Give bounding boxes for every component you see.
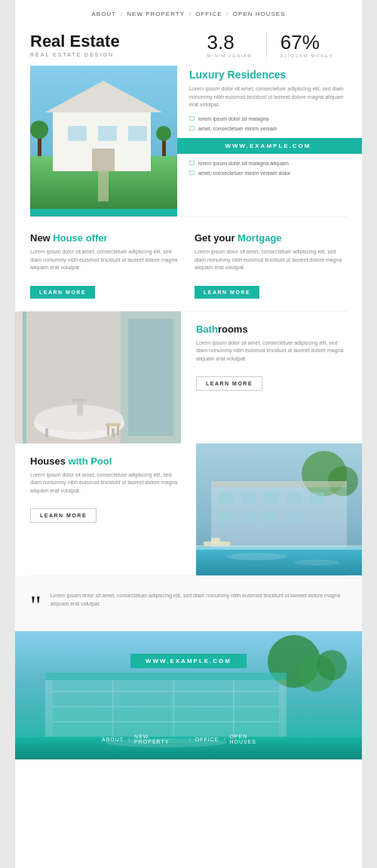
checklist-item-2: amet, consectetuer minim veniam xyxy=(189,125,347,132)
svg-rect-26 xyxy=(107,426,109,435)
bathroom-learn-btn[interactable]: LEARN MORE xyxy=(196,376,262,391)
svg-rect-47 xyxy=(211,538,220,543)
svg-rect-18 xyxy=(23,311,26,443)
footer-nav-new-property[interactable]: NEW PROPERTY xyxy=(134,734,185,744)
new-house-col: New House offer Lorem ipsum dolor sit am… xyxy=(30,232,182,299)
svg-rect-5 xyxy=(98,126,117,141)
luxury-bold: Luxury xyxy=(189,69,225,81)
stat-label-2: ALIQUAM MONEY xyxy=(280,54,333,58)
property-image-container xyxy=(30,66,177,216)
luxury-title: Luxury Residences xyxy=(189,69,347,81)
svg-rect-53 xyxy=(45,673,287,680)
stat-block-2: 67% ALIQUAM MONEY xyxy=(267,32,347,58)
mortgage-col: Get your Mortgage Lorem ipsum dolor sit … xyxy=(195,232,347,299)
stat-number-2: 67% xyxy=(280,32,333,52)
mortgage-heading: Get your Mortgage xyxy=(195,232,347,244)
svg-rect-7 xyxy=(92,149,115,171)
new-house-teal: House offer xyxy=(51,232,108,244)
stat-number-1: 3.8 xyxy=(207,32,252,52)
luxury-banner[interactable]: WWW.EXAMPLE.COM xyxy=(174,138,362,154)
header-section: Real Estate REAL ESTATE DESIGN 3.8 MINIM… xyxy=(15,25,362,66)
svg-rect-54 xyxy=(53,680,279,741)
svg-point-12 xyxy=(156,126,171,141)
luxury-checklist-bottom: lorem ipsum dolor sit malagna aliquam am… xyxy=(189,160,347,176)
svg-point-44 xyxy=(226,553,287,560)
mortgage-body: Lorem ipsum dolor sit amet, consectetuer… xyxy=(195,248,347,272)
bathroom-teal: Bath xyxy=(196,324,218,335)
quote-section: " Lorem ipsum dolor sit amet, consectetu… xyxy=(15,576,362,632)
checklist-item-3: lorem ipsum dolor sit malagna aliquam xyxy=(189,160,347,167)
svg-rect-22 xyxy=(112,428,115,437)
footer-banner[interactable]: WWW.EXAMPLE.COM xyxy=(130,654,247,668)
luxury-checklist-top: lorem ipsum dolor sit malagna amet, cons… xyxy=(189,115,347,132)
bathroom-rest: rooms xyxy=(218,324,248,335)
quote-mark: " xyxy=(30,595,41,617)
pool-learn-btn[interactable]: LEARN MORE xyxy=(30,508,97,523)
footer-nav-sep-2: / xyxy=(189,737,191,742)
bathroom-content: Bathrooms Lorem ipsum dolor sit amet, co… xyxy=(181,311,362,443)
svg-rect-23 xyxy=(77,400,83,416)
svg-rect-21 xyxy=(45,428,48,437)
footer-nav-office[interactable]: OFFICE xyxy=(195,737,219,742)
property-image xyxy=(30,66,177,209)
svg-rect-33 xyxy=(219,492,234,504)
header-left: Real Estate REAL ESTATE DESIGN xyxy=(30,32,188,57)
mortgage-learn-btn[interactable]: LEARN MORE xyxy=(195,286,259,299)
nav-sep-2: / xyxy=(189,11,191,17)
quote-text: Lorem ipsum dolor sit amet, consectetuer… xyxy=(51,591,347,608)
footer-nav-about[interactable]: ABOUT xyxy=(102,737,124,742)
page-title: Real Estate xyxy=(30,32,188,51)
page-wrapper: ABOUT / NEW PROPERTY / OFFICE / OPEN HOU… xyxy=(15,0,362,868)
main-property-section: Luxury Residences Lorem ipsum dolor sit … xyxy=(15,66,362,216)
svg-point-45 xyxy=(294,560,339,566)
property-details: Luxury Residences Lorem ipsum dolor sit … xyxy=(189,66,347,216)
svg-point-10 xyxy=(30,121,48,139)
svg-rect-41 xyxy=(287,511,302,523)
nav: ABOUT / NEW PROPERTY / OFFICE / OPEN HOU… xyxy=(15,0,362,25)
svg-rect-34 xyxy=(241,492,256,504)
page-subtitle: REAL ESTATE DESIGN xyxy=(30,52,188,57)
nav-sep-3: / xyxy=(227,11,228,17)
svg-rect-40 xyxy=(264,511,279,523)
pool-content: Houses with Pool Lorem ipsum dolor sit a… xyxy=(15,443,196,575)
checklist-item-4: amet, consectetuer minim veniam dolor xyxy=(189,170,347,176)
pool-teal: with Pool xyxy=(66,455,112,467)
mortgage-normal: Get your xyxy=(195,232,234,244)
pool-section: Houses with Pool Lorem ipsum dolor sit a… xyxy=(15,443,362,575)
nav-office[interactable]: OFFICE xyxy=(195,11,222,17)
svg-rect-25 xyxy=(106,423,121,426)
footer-nav-open-houses[interactable]: OPEN HOUSES xyxy=(229,734,275,744)
mortgage-teal: Mortgage xyxy=(234,232,281,244)
bathroom-section: Bathrooms Lorem ipsum dolor sit amet, co… xyxy=(15,311,362,443)
bathroom-heading: Bathrooms xyxy=(196,324,347,335)
svg-rect-6 xyxy=(128,126,147,141)
svg-rect-8 xyxy=(98,171,109,201)
svg-rect-24 xyxy=(72,399,86,402)
svg-rect-16 xyxy=(128,319,173,436)
nav-about[interactable]: ABOUT xyxy=(91,11,116,17)
checklist-item-1: lorem ipsum dolor sit malagna xyxy=(189,115,347,122)
svg-rect-37 xyxy=(309,492,324,504)
svg-rect-27 xyxy=(117,426,119,435)
footer-nav-sep-3: / xyxy=(223,737,225,742)
nav-open-houses[interactable]: OPEN HOUSES xyxy=(233,11,286,17)
footer-nav-sep-1: / xyxy=(128,737,130,742)
two-col-offers: New House offer Lorem ipsum dolor sit am… xyxy=(15,217,362,299)
stat-label-1: MINIM VENIAM xyxy=(207,54,252,58)
new-house-body: Lorem ipsum dolor sit amet, consectetuer… xyxy=(30,248,182,272)
new-house-normal: New xyxy=(30,232,51,244)
nav-new-property[interactable]: NEW PROPERTY xyxy=(127,11,185,17)
bathroom-image xyxy=(15,311,181,443)
footer-section: WWW.EXAMPLE.COM ABOUT / NEW PROPERTY / O… xyxy=(15,631,362,759)
svg-rect-38 xyxy=(219,511,234,523)
pool-body: Lorem ipsum dolor sit amet, consectetuer… xyxy=(30,471,181,495)
header-stats: 3.8 MINIM VENIAM 67% ALIQUAM MONEY xyxy=(188,32,347,58)
nav-sep-1: / xyxy=(121,11,122,17)
teal-bar xyxy=(30,209,177,216)
footer-nav: ABOUT / NEW PROPERTY / OFFICE / OPEN HOU… xyxy=(102,734,275,744)
pool-heading: Houses with Pool xyxy=(30,455,181,467)
stat-block-1: 3.8 MINIM VENIAM xyxy=(193,32,266,58)
new-house-learn-btn[interactable]: LEARN MORE xyxy=(30,286,95,299)
svg-rect-39 xyxy=(241,511,256,523)
pool-normal: Houses xyxy=(30,455,66,467)
